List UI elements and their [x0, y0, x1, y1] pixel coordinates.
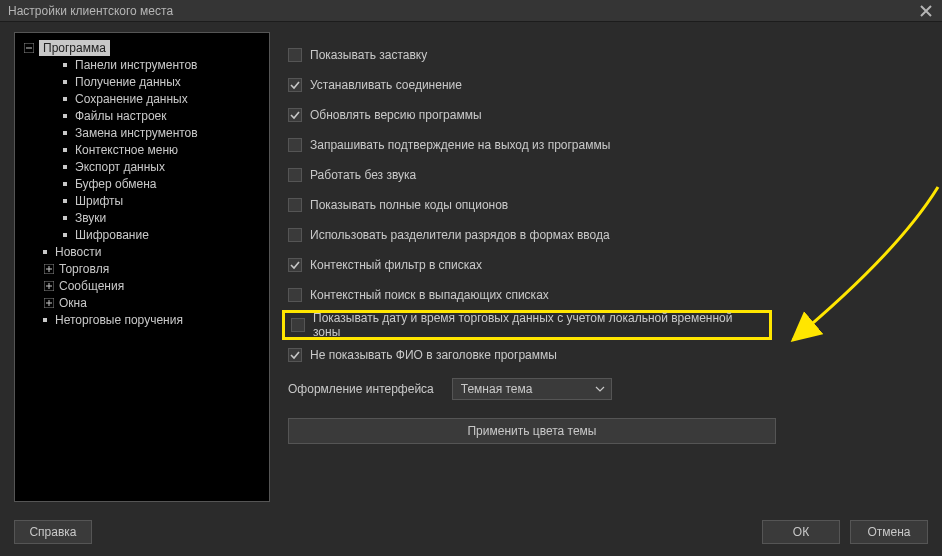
bullet-icon: [63, 80, 67, 84]
tree-item-label: Неторговые поручения: [55, 313, 183, 327]
theme-select[interactable]: Темная тема: [452, 378, 612, 400]
theme-value: Темная тема: [461, 382, 533, 396]
tree-item[interactable]: Окна: [19, 294, 265, 311]
bullet-icon: [63, 182, 67, 186]
checkbox[interactable]: [288, 168, 302, 182]
ok-button[interactable]: ОК: [762, 520, 840, 544]
expand-icon[interactable]: [43, 280, 55, 292]
nav-tree[interactable]: ПрограммаПанели инструментовПолучение да…: [14, 32, 270, 502]
tree-item-label: Шифрование: [75, 228, 149, 242]
tree-item-label: Замена инструментов: [75, 126, 198, 140]
expand-icon[interactable]: [43, 263, 55, 275]
tree-item-label: Звуки: [75, 211, 106, 225]
tree-item[interactable]: Файлы настроек: [19, 107, 265, 124]
settings-form: Показывать заставкуУстанавливать соедине…: [288, 32, 928, 510]
option-row: Использовать разделители разрядов в форм…: [288, 220, 928, 250]
tree-item[interactable]: Неторговые поручения: [19, 311, 265, 328]
tree-item-label: Экспорт данных: [75, 160, 165, 174]
tree-item-label: Получение данных: [75, 75, 181, 89]
checkbox[interactable]: [288, 78, 302, 92]
cancel-label: Отмена: [867, 525, 910, 539]
option-row: Запрашивать подтверждение на выход из пр…: [288, 130, 928, 160]
tree-item[interactable]: Сохранение данных: [19, 90, 265, 107]
cancel-button[interactable]: Отмена: [850, 520, 928, 544]
tree-item-label: Буфер обмена: [75, 177, 157, 191]
tree-item[interactable]: Новости: [19, 243, 265, 260]
chevron-down-icon: [595, 386, 605, 392]
bullet-icon: [63, 199, 67, 203]
bullet-icon: [63, 114, 67, 118]
tree-item[interactable]: Буфер обмена: [19, 175, 265, 192]
tree-item[interactable]: Шифрование: [19, 226, 265, 243]
option-row: Не показывать ФИО в заголовке программы: [288, 340, 928, 370]
option-label[interactable]: Показывать дату и время торговых данных …: [313, 311, 763, 339]
tree-item[interactable]: Контекстное меню: [19, 141, 265, 158]
apply-theme-button[interactable]: Применить цвета темы: [288, 418, 776, 444]
checkbox[interactable]: [288, 138, 302, 152]
tree-item-label: Сообщения: [59, 279, 124, 293]
tree-item[interactable]: Звуки: [19, 209, 265, 226]
option-label[interactable]: Показывать заставку: [310, 48, 427, 62]
option-row: Показывать заставку: [288, 40, 928, 70]
checkbox[interactable]: [288, 198, 302, 212]
tree-item-label: Торговля: [59, 262, 109, 276]
expand-icon[interactable]: [43, 297, 55, 309]
option-label[interactable]: Обновлять версию программы: [310, 108, 482, 122]
tree-item[interactable]: Сообщения: [19, 277, 265, 294]
checkbox[interactable]: [288, 258, 302, 272]
bullet-icon: [63, 131, 67, 135]
bullet-icon: [63, 165, 67, 169]
option-label[interactable]: Запрашивать подтверждение на выход из пр…: [310, 138, 610, 152]
help-button[interactable]: Справка: [14, 520, 92, 544]
bullet-icon: [63, 63, 67, 67]
option-row: Работать без звука: [288, 160, 928, 190]
option-label[interactable]: Работать без звука: [310, 168, 416, 182]
tree-item-label: Новости: [55, 245, 101, 259]
help-label: Справка: [29, 525, 76, 539]
bullet-icon: [63, 216, 67, 220]
highlighted-option: Показывать дату и время торговых данных …: [282, 310, 772, 340]
tree-item-label: Шрифты: [75, 194, 123, 208]
bullet-icon: [63, 148, 67, 152]
option-label[interactable]: Использовать разделители разрядов в форм…: [310, 228, 610, 242]
tree-item[interactable]: Шрифты: [19, 192, 265, 209]
workarea: ПрограммаПанели инструментовПолучение да…: [14, 32, 928, 510]
option-label[interactable]: Показывать полные коды опционов: [310, 198, 508, 212]
option-label[interactable]: Контекстный фильтр в списках: [310, 258, 482, 272]
checkbox[interactable]: [291, 318, 305, 332]
checkbox[interactable]: [288, 228, 302, 242]
titlebar: Настройки клиентского места: [0, 0, 942, 22]
tree-item[interactable]: Замена инструментов: [19, 124, 265, 141]
footer-buttons: Справка ОК Отмена: [14, 510, 928, 544]
collapse-icon[interactable]: [23, 42, 35, 54]
bullet-icon: [43, 250, 47, 254]
bullet-icon: [63, 233, 67, 237]
tree-item[interactable]: Панели инструментов: [19, 56, 265, 73]
tree-item[interactable]: Торговля: [19, 260, 265, 277]
tree-item[interactable]: Программа: [19, 39, 265, 56]
option-label[interactable]: Контекстный поиск в выпадающих списках: [310, 288, 549, 302]
window-title: Настройки клиентского места: [8, 4, 916, 18]
checkbox[interactable]: [288, 348, 302, 362]
checkbox[interactable]: [288, 48, 302, 62]
tree-item[interactable]: Получение данных: [19, 73, 265, 90]
tree-item-label: Контекстное меню: [75, 143, 178, 157]
tree-item-label: Окна: [59, 296, 87, 310]
option-row: Контекстный поиск в выпадающих списках: [288, 280, 928, 310]
tree-item-label: Панели инструментов: [75, 58, 197, 72]
apply-theme-label: Применить цвета темы: [467, 424, 596, 438]
checkbox[interactable]: [288, 288, 302, 302]
dialog-body: ПрограммаПанели инструментовПолучение да…: [0, 22, 942, 556]
ok-label: ОК: [793, 525, 809, 539]
option-label[interactable]: Не показывать ФИО в заголовке программы: [310, 348, 557, 362]
close-icon[interactable]: [916, 1, 936, 21]
bullet-icon: [63, 97, 67, 101]
theme-label: Оформление интерфейса: [288, 382, 434, 396]
tree-item-label: Сохранение данных: [75, 92, 188, 106]
option-row: Обновлять версию программы: [288, 100, 928, 130]
option-row: Устанавливать соединение: [288, 70, 928, 100]
checkbox[interactable]: [288, 108, 302, 122]
option-row: Контекстный фильтр в списках: [288, 250, 928, 280]
tree-item[interactable]: Экспорт данных: [19, 158, 265, 175]
option-label[interactable]: Устанавливать соединение: [310, 78, 462, 92]
